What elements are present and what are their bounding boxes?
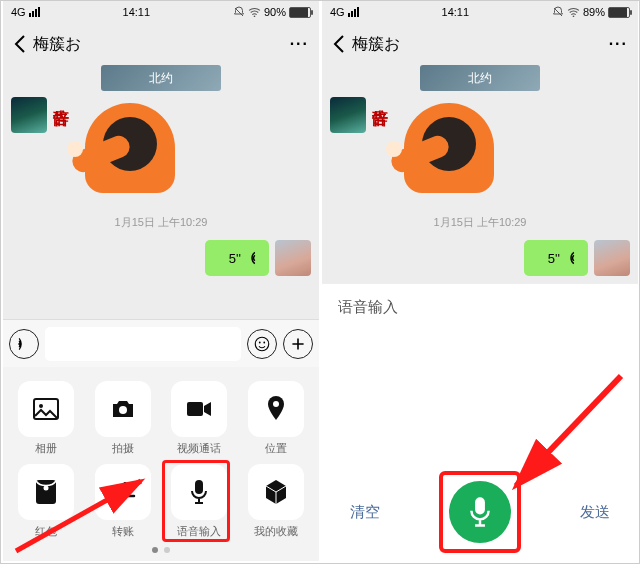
phone-right: 4G 14:11 89% 梅簇お ··· bbox=[322, 1, 638, 561]
voice-duration: 5'' bbox=[229, 251, 241, 266]
attach-label: 转账 bbox=[112, 524, 134, 539]
message-input[interactable] bbox=[45, 327, 241, 361]
back-icon[interactable] bbox=[13, 34, 27, 54]
attach-transfer[interactable]: 转账 bbox=[90, 464, 157, 539]
status-bar: 4G 14:11 89% bbox=[322, 1, 638, 23]
mic-icon bbox=[171, 464, 227, 520]
attach-label: 我的收藏 bbox=[254, 524, 298, 539]
attach-videocall[interactable]: 视频通话 bbox=[166, 381, 233, 456]
signal-icon bbox=[348, 7, 359, 17]
battery-icon bbox=[289, 7, 311, 18]
back-icon[interactable] bbox=[332, 34, 346, 54]
wifi-icon bbox=[248, 7, 261, 17]
mute-icon bbox=[552, 6, 564, 18]
avatar[interactable] bbox=[275, 240, 311, 276]
svg-point-6 bbox=[39, 404, 43, 408]
attach-label: 拍摄 bbox=[112, 441, 134, 456]
send-button[interactable]: 发送 bbox=[580, 503, 610, 522]
attach-voiceinput[interactable]: 语音输入 bbox=[166, 464, 233, 539]
chat-area[interactable]: 北约 告辞 1月15日 上午10:29 5'' bbox=[3, 65, 319, 319]
network-label: 4G bbox=[330, 6, 345, 18]
chat-title: 梅簇お bbox=[33, 34, 81, 55]
input-bar bbox=[3, 319, 319, 367]
more-icon[interactable]: ··· bbox=[609, 35, 628, 53]
clear-button[interactable]: 清空 bbox=[350, 503, 380, 522]
svg-rect-12 bbox=[195, 480, 203, 494]
svg-rect-14 bbox=[475, 497, 485, 514]
more-icon[interactable]: ··· bbox=[290, 35, 309, 53]
voice-message-bubble[interactable]: 5'' bbox=[205, 240, 269, 276]
svg-point-3 bbox=[259, 341, 261, 343]
attach-label: 相册 bbox=[35, 441, 57, 456]
cube-icon bbox=[248, 464, 304, 520]
svg-point-9 bbox=[273, 401, 279, 407]
pin-icon bbox=[248, 381, 304, 437]
attach-album[interactable]: 相册 bbox=[13, 381, 80, 456]
attach-label: 视频通话 bbox=[177, 441, 221, 456]
avatar[interactable] bbox=[330, 97, 366, 133]
voice-wave-icon bbox=[245, 251, 259, 265]
record-button[interactable] bbox=[449, 481, 511, 543]
voice-message-bubble[interactable]: 5'' bbox=[524, 240, 588, 276]
timestamp: 1月15日 上午10:29 bbox=[11, 215, 311, 230]
clock: 14:11 bbox=[359, 6, 552, 18]
svg-point-7 bbox=[119, 406, 127, 414]
clock: 14:11 bbox=[40, 6, 233, 18]
voice-wave-icon bbox=[564, 251, 578, 265]
svg-point-1 bbox=[18, 343, 20, 345]
attach-favorites[interactable]: 我的收藏 bbox=[243, 464, 310, 539]
voice-panel: 清空 发送 bbox=[322, 331, 638, 561]
video-icon bbox=[171, 381, 227, 437]
chat-area[interactable]: 北约 告辞 1月15日 上午10:29 5'' bbox=[322, 65, 638, 283]
mute-icon bbox=[233, 6, 245, 18]
status-bar: 4G 14:11 90% bbox=[3, 1, 319, 23]
packet-icon bbox=[18, 464, 74, 520]
battery-icon bbox=[608, 7, 630, 18]
emoji-icon[interactable] bbox=[247, 329, 277, 359]
chat-title: 梅簇お bbox=[352, 34, 400, 55]
voice-toggle-icon[interactable] bbox=[9, 329, 39, 359]
avatar[interactable] bbox=[594, 240, 630, 276]
battery-pct: 89% bbox=[583, 6, 605, 18]
battery-pct: 90% bbox=[264, 6, 286, 18]
prev-image-thumb[interactable]: 北约 bbox=[101, 65, 221, 91]
sticker-image[interactable] bbox=[75, 97, 185, 207]
attachment-panel: 相册 拍摄 视频通话 位置 红包 bbox=[3, 367, 319, 561]
phone-left: 4G 14:11 90% 梅簇お ··· bbox=[3, 1, 319, 561]
svg-point-13 bbox=[573, 16, 575, 17]
camera-icon bbox=[95, 381, 151, 437]
voice-duration: 5'' bbox=[548, 251, 560, 266]
chat-header: 梅簇お ··· bbox=[322, 23, 638, 65]
wifi-icon bbox=[567, 7, 580, 17]
attach-location[interactable]: 位置 bbox=[243, 381, 310, 456]
attach-label: 语音输入 bbox=[177, 524, 221, 539]
plus-icon[interactable] bbox=[283, 329, 313, 359]
signal-icon bbox=[29, 7, 40, 17]
avatar[interactable] bbox=[11, 97, 47, 133]
attach-redpacket[interactable]: 红包 bbox=[13, 464, 80, 539]
network-label: 4G bbox=[11, 6, 26, 18]
svg-point-0 bbox=[254, 16, 256, 17]
attach-camera[interactable]: 拍摄 bbox=[90, 381, 157, 456]
voice-panel-title: 语音输入 bbox=[322, 283, 638, 331]
attach-label: 位置 bbox=[265, 441, 287, 456]
svg-point-4 bbox=[263, 341, 265, 343]
attach-label: 红包 bbox=[35, 524, 57, 539]
transfer-icon bbox=[95, 464, 151, 520]
image-icon bbox=[18, 381, 74, 437]
mic-icon bbox=[467, 496, 493, 528]
timestamp: 1月15日 上午10:29 bbox=[330, 215, 630, 230]
prev-image-thumb[interactable]: 北约 bbox=[420, 65, 540, 91]
svg-point-11 bbox=[44, 486, 49, 491]
svg-rect-8 bbox=[187, 402, 203, 416]
page-indicator bbox=[13, 547, 309, 553]
chat-header: 梅簇お ··· bbox=[3, 23, 319, 65]
svg-point-2 bbox=[255, 337, 269, 351]
sticker-image[interactable] bbox=[394, 97, 504, 207]
